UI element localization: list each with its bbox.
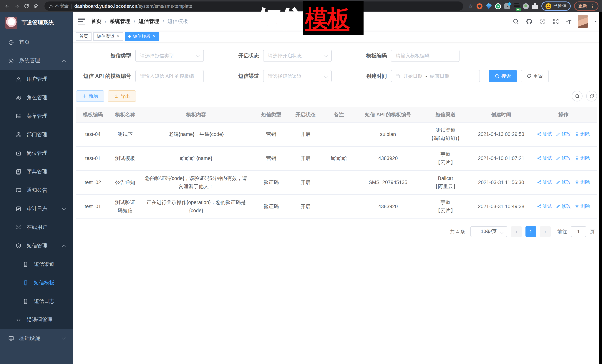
date-start-placeholder[interactable]: 开始日期	[403, 73, 422, 79]
table-row: test_02 公告通知 您的验证码{code}，该验证码5分钟内有效，请勿泄漏…	[76, 170, 597, 195]
sidebar-item-sms[interactable]: 短信管理	[0, 237, 73, 255]
edit-link[interactable]: 修改	[556, 178, 571, 186]
forward-icon[interactable]	[13, 3, 20, 10]
sidebar-item-infrastructure[interactable]: 基础设施	[0, 329, 73, 348]
chevron-down-icon	[62, 207, 66, 210]
app-logo-row[interactable]: 芋道管理系统	[0, 12, 73, 33]
sidebar-item-posts[interactable]: 岗位管理	[0, 144, 73, 163]
refresh-table-button[interactable]	[586, 91, 597, 102]
delete-link[interactable]: 删除	[575, 178, 590, 186]
github-icon[interactable]	[526, 18, 533, 25]
page-size-select[interactable]: 10条/页	[470, 226, 507, 237]
test-link[interactable]: 测试	[537, 202, 552, 210]
breadcrumb-sms[interactable]: 短信管理	[139, 18, 159, 25]
sidebar-item-sms-log[interactable]: 短信日志	[0, 292, 73, 311]
delete-link[interactable]: 删除	[575, 154, 590, 162]
extension-y-icon[interactable]: y	[495, 3, 501, 9]
api-template-id-input[interactable]	[136, 70, 204, 82]
edit-link[interactable]: 修改	[556, 154, 571, 162]
tag-close-icon[interactable]: ✕	[116, 34, 120, 39]
cell-created: 2021-03-31 10:49:38	[472, 195, 530, 219]
export-button[interactable]: 导出	[108, 90, 136, 102]
avatar-caret-icon[interactable]	[594, 21, 597, 24]
sidebar-item-menus[interactable]: 菜单管理	[0, 107, 73, 125]
sidebar-item-roles[interactable]: 角色管理	[0, 89, 73, 107]
channel-select-input[interactable]	[263, 70, 331, 82]
sidebar-item-sms-channel[interactable]: 短信渠道	[0, 255, 73, 274]
browser-profile-chip[interactable]: 已暂停	[541, 1, 571, 11]
test-link[interactable]: 测试	[537, 154, 552, 162]
user-avatar[interactable]	[578, 15, 588, 28]
create-time-range-picker[interactable]: 开始日期 - 结束日期	[391, 70, 480, 82]
sidebar-item-label: 字典管理	[27, 168, 47, 175]
sms-type-select[interactable]	[135, 50, 204, 62]
browser-update-button[interactable]: 更新 ⋮	[574, 1, 599, 11]
tag-close-icon[interactable]: ✕	[152, 34, 156, 39]
tag-home[interactable]: 首页	[76, 32, 92, 41]
edit-link[interactable]: 修改	[556, 202, 571, 210]
add-button[interactable]: 新增	[76, 90, 104, 102]
reload-icon[interactable]	[23, 3, 30, 10]
filter-label: 短信 API 的模板编号	[76, 73, 135, 79]
gear-icon	[8, 58, 14, 64]
sidebar-item-audit-log[interactable]: 审计日志	[0, 200, 73, 218]
sidebar-item-online-users[interactable]: 在线用户	[0, 218, 73, 237]
breadcrumb-system[interactable]: 系统管理	[110, 18, 130, 25]
status-select-input[interactable]	[263, 50, 331, 62]
test-link[interactable]: 测试	[537, 130, 552, 138]
bookmark-star-icon[interactable]: ☆	[468, 3, 473, 10]
sidebar-item-announcements[interactable]: 通知公告	[0, 181, 73, 200]
tag-sms-template[interactable]: 短信模板✕	[125, 32, 159, 41]
search-button[interactable]: 搜索	[489, 70, 517, 82]
back-icon[interactable]	[4, 3, 10, 10]
extension-proxy-icon[interactable]	[477, 3, 483, 9]
trash-icon	[575, 156, 579, 160]
cell-created: 2021-04-13 00:29:53	[472, 122, 530, 146]
fullscreen-icon[interactable]	[552, 18, 559, 25]
sidebar-item-label: 短信渠道	[34, 261, 54, 268]
page-unit-label: 页	[590, 228, 595, 235]
extensions-puzzle-icon[interactable]	[532, 3, 538, 9]
sidebar-collapse-icon[interactable]	[78, 19, 85, 24]
not-secure-warning[interactable]: 不安全	[49, 3, 69, 9]
template-code-input[interactable]	[391, 50, 459, 62]
delete-link[interactable]: 删除	[575, 130, 590, 138]
extension-grid-icon[interactable]	[504, 3, 510, 9]
reset-button[interactable]: 重置	[521, 70, 549, 82]
sidebar-item-departments[interactable]: 部门管理	[0, 125, 73, 144]
prev-page-button[interactable]: ‹	[511, 226, 522, 237]
sidebar-item-error-codes[interactable]: 错误码管理	[0, 311, 73, 329]
sidebar-item-label: 系统管理	[19, 57, 40, 64]
home-icon[interactable]	[32, 3, 39, 10]
sidebar-item-system[interactable]: 系统管理	[0, 52, 73, 70]
test-link[interactable]: 测试	[537, 178, 552, 186]
sidebar-item-users[interactable]: 用户管理	[0, 70, 73, 89]
next-page-button[interactable]: ›	[540, 226, 551, 237]
search-icon[interactable]	[512, 18, 519, 25]
channel-select[interactable]	[263, 70, 332, 82]
goto-page-input[interactable]	[571, 226, 586, 237]
edit-link[interactable]: 修改	[556, 130, 571, 138]
current-page-button[interactable]: 1	[526, 226, 536, 237]
cell-api-id: SMS_207945135	[357, 170, 419, 195]
filter-label: 短信渠道	[204, 73, 263, 79]
extension-list-icon[interactable]: on	[514, 3, 520, 9]
shield-check-icon	[15, 243, 22, 249]
sidebar-item-dictionary[interactable]: 字典管理	[0, 163, 73, 181]
warning-icon	[49, 4, 53, 8]
tag-sms-channel[interactable]: 短信渠道✕	[93, 32, 123, 41]
sms-type-select-input[interactable]	[136, 50, 204, 62]
font-size-icon[interactable]: TT	[566, 19, 571, 24]
breadcrumb-home[interactable]: 首页	[91, 18, 102, 25]
status-select[interactable]	[263, 50, 332, 62]
date-end-placeholder[interactable]: 结束日期	[430, 73, 449, 79]
extension-gem-icon[interactable]	[486, 3, 492, 9]
extension-person-icon[interactable]	[523, 3, 529, 9]
sidebar-item-sms-template[interactable]: 短信模板	[0, 274, 73, 292]
toggle-search-button[interactable]	[572, 91, 582, 102]
sidebar-item-home[interactable]: 首页	[0, 33, 73, 52]
help-icon[interactable]	[539, 18, 546, 25]
browser-menu-icon[interactable]: ⋮	[590, 4, 594, 8]
address-bar[interactable]: 不安全 dashboard.yudao.iocoder.cn/system/sm…	[44, 1, 463, 11]
delete-link[interactable]: 删除	[575, 202, 590, 210]
